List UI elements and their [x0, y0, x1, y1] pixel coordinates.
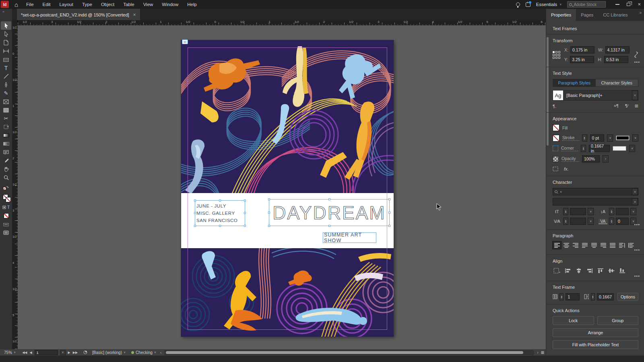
frame-handle[interactable]	[388, 198, 390, 200]
frame-handle[interactable]	[268, 225, 270, 227]
menu-layout[interactable]: Layout	[59, 2, 73, 7]
align-right-button[interactable]	[571, 241, 580, 249]
leading-dropdown[interactable]: ∨	[630, 208, 636, 215]
content-collector-tool[interactable]	[1, 55, 11, 64]
horizontal-ruler[interactable]: 1/23 1/22 1/21 1/20 1/21 1/22 1/23 1/24 …	[18, 20, 546, 25]
tab-cc-libraries[interactable]: CC Libraries	[598, 9, 632, 21]
font-size-dropdown[interactable]: ∨	[588, 208, 594, 215]
arrange-button[interactable]: Arrange	[553, 328, 638, 337]
paragraph-styles-tab[interactable]: Paragraph Styles	[553, 79, 596, 86]
tracking-stepper[interactable]: ▲▼	[609, 218, 614, 225]
kerning-field[interactable]	[570, 218, 586, 225]
gutter-stepper[interactable]: ▲▼	[591, 293, 595, 300]
preflight-menu-icon[interactable]	[83, 350, 87, 354]
window-close-button[interactable]: ×	[638, 2, 641, 6]
align-right-edges-button[interactable]	[585, 267, 594, 274]
direct-selection-tool[interactable]	[1, 30, 11, 38]
frame-effects-icon[interactable]	[553, 167, 558, 171]
font-family-dropdown[interactable]: ∨ ∨	[553, 188, 638, 195]
frame-tool[interactable]	[1, 97, 11, 106]
last-page-button[interactable]: ▶▶	[73, 351, 78, 354]
stroke-type-dropdown[interactable]: ∨	[632, 134, 638, 142]
font-size-stepper[interactable]: ▲▼	[563, 208, 568, 215]
pages-grid-icon[interactable]: ▦	[541, 350, 544, 354]
page-tool[interactable]	[1, 38, 11, 47]
group-button[interactable]: Group	[597, 316, 639, 325]
menu-type[interactable]: Type	[82, 2, 92, 7]
rectangle-tool[interactable]	[1, 106, 11, 114]
pen-tool[interactable]	[1, 80, 11, 89]
align-towards-spine-button[interactable]	[617, 241, 626, 249]
text-frame-options-button[interactable]: Options	[617, 293, 638, 300]
stroke-label[interactable]: Stroke	[562, 135, 579, 141]
new-style-icon[interactable]: ⊞	[635, 103, 638, 109]
align-to-selector[interactable]	[553, 267, 561, 274]
canvas-pasteboard[interactable]: ∞ JUNE - JULY MISC. GALLERY SAN FRANCISC…	[18, 25, 546, 349]
next-page-button[interactable]: ▶	[68, 351, 70, 354]
menu-edit[interactable]: Edit	[43, 2, 51, 7]
corner-shape-dropdown[interactable]: ∨	[629, 145, 635, 152]
zoom-tool[interactable]	[1, 173, 11, 182]
pencil-tool[interactable]: ✎	[1, 89, 11, 97]
page-select-dropdown[interactable]: ∨	[60, 350, 66, 355]
leading-stepper[interactable]: ▲▼	[609, 208, 614, 215]
formatting-affects-container-icon[interactable]	[2, 206, 6, 209]
opacity-expand-button[interactable]: ›	[603, 155, 609, 162]
note-tool[interactable]	[1, 148, 11, 156]
window-restore-button[interactable]	[627, 3, 630, 6]
frame-handle[interactable]	[388, 225, 390, 227]
gradient-feather-tool[interactable]	[1, 140, 11, 148]
frame-handle[interactable]	[268, 198, 270, 200]
frame-handle[interactable]	[244, 200, 246, 202]
apply-none-swatch[interactable]	[1, 212, 11, 220]
swap-fill-stroke-icon[interactable]	[1, 183, 11, 192]
title-text-frame[interactable]: DAYDREAM	[269, 199, 390, 226]
y-field[interactable]: 3.25 in	[570, 56, 594, 63]
screen-mode-icon[interactable]	[1, 228, 11, 237]
scroll-left-icon[interactable]: ‹	[160, 350, 161, 355]
show-hidden-characters-icon[interactable]: ¶.	[553, 104, 556, 109]
justify-all-button[interactable]	[608, 241, 617, 249]
eyedropper-tool[interactable]	[1, 156, 11, 165]
ruler-origin-corner[interactable]	[12, 20, 18, 25]
kerning-dropdown[interactable]: ∨	[588, 218, 594, 225]
workspace-switcher[interactable]: Essentials ∨	[536, 2, 562, 7]
columns-stepper[interactable]: ▲▼	[559, 293, 564, 300]
corner-radius-field[interactable]: 0.1667 in	[589, 145, 610, 152]
menu-file[interactable]: File	[26, 2, 34, 7]
gap-tool[interactable]	[1, 47, 11, 55]
frame-handle[interactable]	[388, 212, 390, 214]
justify-center-button[interactable]	[590, 241, 598, 249]
view-options-icon[interactable]	[1, 220, 11, 228]
columns-field[interactable]: 1	[566, 293, 579, 300]
window-minimize-button[interactable]	[615, 4, 619, 5]
linked-content-badge-icon[interactable]: ∞	[182, 39, 188, 44]
postcard-artwork-top[interactable]	[181, 40, 394, 193]
menu-window[interactable]: Window	[162, 2, 178, 7]
frame-handle[interactable]	[219, 200, 221, 202]
preflight-profile-select[interactable]: [Basic] (working) ∨	[92, 350, 126, 355]
frame-handle[interactable]	[268, 212, 270, 214]
zoom-level-select[interactable]: 75% ∨	[4, 350, 16, 355]
adobe-stock-search[interactable]	[567, 1, 606, 8]
fill-with-placeholder-text-button[interactable]: Fill with Placeholder Text	[553, 340, 638, 349]
line-tool[interactable]	[1, 72, 11, 80]
frame-handle[interactable]	[328, 198, 330, 200]
stroke-type-swatch[interactable]	[616, 136, 630, 140]
align-more-options[interactable]: •••	[634, 274, 640, 278]
paragraph-style-dropdown[interactable]: Ag [Basic Paragraph]+ ∨	[553, 90, 638, 101]
w-field[interactable]: 4.1317 in	[605, 46, 630, 53]
vertical-ruler[interactable]: 1/20 1/21 1/22 1/23 1/24 1/25 1/2	[12, 25, 18, 349]
tab-pages[interactable]: Pages	[576, 9, 598, 21]
previous-page-button[interactable]: ◀	[29, 351, 32, 354]
learn-bulb-icon[interactable]	[516, 2, 520, 6]
menu-object[interactable]: Object	[101, 2, 114, 7]
opacity-field[interactable]: 100%	[582, 155, 600, 162]
lock-button[interactable]: Lock	[553, 316, 594, 325]
align-bottom-edges-button[interactable]	[618, 267, 626, 274]
gutter-field[interactable]: 0.1667	[597, 293, 614, 300]
subtitle-text-frame[interactable]: SUMMER ART SHOW	[323, 232, 376, 243]
constrain-proportions-icon[interactable]	[634, 51, 638, 58]
horizontal-scrollbar-thumb[interactable]	[166, 351, 523, 354]
menu-help[interactable]: Help	[187, 2, 197, 7]
